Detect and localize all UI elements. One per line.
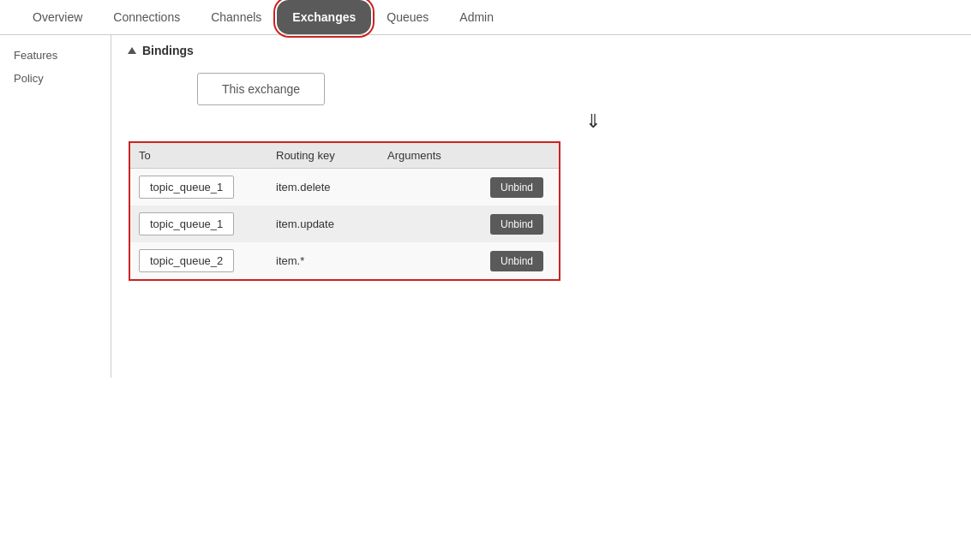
nav-exchanges[interactable]: Exchanges (277, 0, 371, 34)
right-panel: Bindings This exchange ⇓ To Routing key … (111, 35, 971, 378)
unbind-button[interactable]: Unbind (490, 214, 543, 235)
arguments-cell (379, 242, 482, 279)
unbind-button[interactable]: Unbind (490, 177, 543, 198)
bindings-table-wrapper: To Routing key Arguments topic_queue_1it… (129, 141, 560, 281)
page-wrapper: Overview Connections Channels Exchanges … (0, 0, 971, 560)
nav-connections[interactable]: Connections (98, 0, 195, 34)
bindings-header: Bindings (129, 44, 954, 57)
table-header-row: To Routing key Arguments (130, 143, 559, 169)
queue-name: topic_queue_1 (139, 212, 234, 235)
col-header-action (482, 143, 559, 169)
unbind-button[interactable]: Unbind (490, 251, 543, 271)
subnav-policy[interactable]: Policy (0, 67, 111, 90)
content-area: Features Policy Bindings This exchange ⇓… (0, 35, 971, 378)
down-arrow: ⇓ (231, 110, 954, 133)
routing-key-cell: item.* (267, 242, 379, 279)
collapse-icon[interactable] (128, 47, 136, 54)
nav-queues[interactable]: Queues (371, 0, 444, 34)
queue-cell: topic_queue_1 (130, 169, 267, 206)
routing-key-cell: item.update (267, 206, 379, 242)
arguments-cell (379, 169, 482, 206)
nav-overview[interactable]: Overview (17, 0, 98, 34)
col-header-arguments: Arguments (379, 143, 482, 169)
queue-cell: topic_queue_1 (130, 206, 267, 242)
queue-name: topic_queue_1 (139, 176, 234, 199)
nav-admin[interactable]: Admin (444, 0, 509, 34)
action-cell: Unbind (482, 242, 559, 279)
table-row: topic_queue_1item.deleteUnbind (130, 169, 559, 206)
action-cell: Unbind (482, 206, 559, 242)
queue-name: topic_queue_2 (139, 249, 234, 272)
arguments-cell (379, 206, 482, 242)
left-panel: Features Policy (0, 35, 111, 378)
routing-key-cell: item.delete (267, 169, 379, 206)
bindings-table: To Routing key Arguments topic_queue_1it… (130, 143, 559, 279)
queue-cell: topic_queue_2 (130, 242, 267, 279)
col-header-routing: Routing key (267, 143, 379, 169)
top-nav: Overview Connections Channels Exchanges … (0, 0, 971, 35)
subnav-features[interactable]: Features (0, 44, 111, 67)
bindings-title: Bindings (142, 44, 194, 57)
table-row: topic_queue_2item.*Unbind (130, 242, 559, 279)
nav-channels[interactable]: Channels (195, 0, 277, 34)
exchange-box: This exchange (197, 73, 325, 105)
action-cell: Unbind (482, 169, 559, 206)
col-header-to: To (130, 143, 267, 169)
table-row: topic_queue_1item.updateUnbind (130, 206, 559, 242)
